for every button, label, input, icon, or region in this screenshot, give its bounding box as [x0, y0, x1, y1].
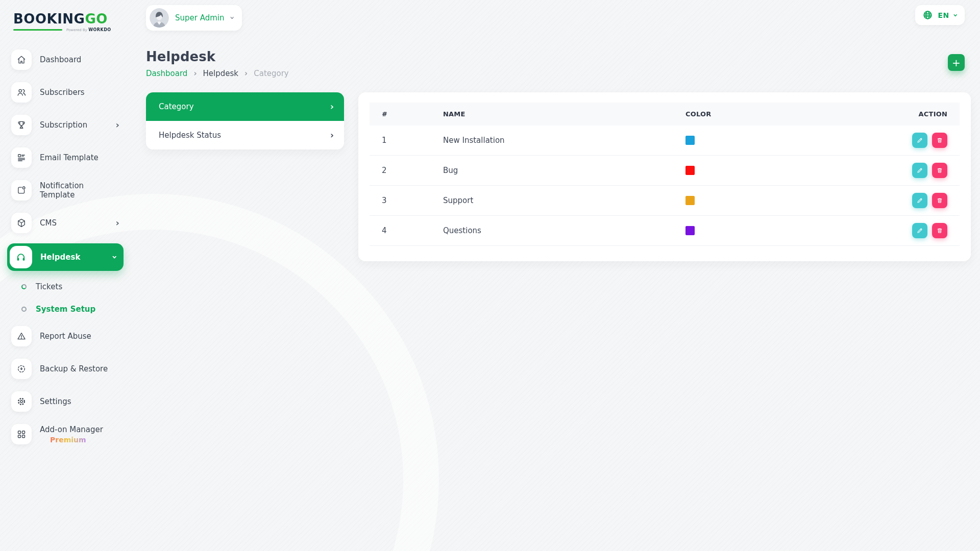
sidebar-item-addon-manager[interactable]: Add-on Manager Premium — [7, 422, 124, 446]
edit-button[interactable] — [912, 163, 927, 178]
submenu-item-helpdesk-status[interactable]: Helpdesk Status › — [146, 121, 344, 149]
submenu-item-label: Helpdesk Status — [159, 131, 221, 140]
sidebar-item-helpdesk[interactable]: Helpdesk › — [7, 243, 124, 271]
sidebar-item-label: Email Template — [40, 153, 99, 162]
sidebar-item-notification-template[interactable]: Notification Template — [7, 178, 124, 203]
package-icon — [11, 213, 32, 233]
sidebar-item-dashboard[interactable]: Dashboard — [7, 47, 124, 72]
sidebar-item-settings[interactable]: Settings — [7, 389, 124, 414]
column-header-index: # — [370, 103, 431, 126]
main-content: Super Admin › EN › Helpdesk Dashboard › … — [131, 0, 980, 261]
restore-icon — [11, 359, 32, 379]
sidebar: BOOKINGGO Powered By WORKDO Dashboard Su… — [0, 0, 131, 551]
brand-name-primary: BOOKING — [13, 11, 85, 27]
headset-icon — [10, 246, 32, 268]
dot-icon — [21, 284, 27, 289]
color-swatch — [685, 166, 695, 175]
column-header-name: NAME — [431, 103, 673, 126]
grid-icon — [11, 424, 32, 444]
sidebar-item-email-template[interactable]: Email Template — [7, 145, 124, 170]
trophy-icon — [11, 115, 32, 135]
breadcrumb: Dashboard › Helpdesk › Category — [146, 69, 971, 78]
system-setup-submenu: Category › Helpdesk Status › — [146, 92, 344, 149]
dot-icon — [21, 307, 27, 312]
delete-button[interactable] — [932, 193, 947, 208]
delete-button[interactable] — [932, 133, 947, 148]
category-table: # NAME COLOR ACTION 1 New Installation — [370, 103, 960, 246]
sidebar-item-label: Helpdesk — [40, 253, 80, 262]
sidebar-item-label: Settings — [40, 397, 71, 406]
breadcrumb-category: Category — [254, 69, 289, 78]
sidebar-item-subscription[interactable]: Subscription › — [7, 113, 124, 137]
sidebar-item-label: Dashboard — [40, 55, 81, 64]
cell-name: Support — [431, 186, 673, 216]
breadcrumb-separator: › — [244, 69, 248, 78]
chevron-right-icon: › — [330, 130, 334, 140]
delete-button[interactable] — [932, 163, 947, 178]
column-header-color: COLOR — [673, 103, 865, 126]
page-title: Helpdesk — [146, 49, 971, 64]
chevron-right-icon: › — [116, 120, 119, 130]
powered-by-label: Powered By — [66, 28, 87, 32]
chevron-down-icon: › — [110, 255, 119, 259]
cell-name: New Installation — [431, 126, 673, 156]
table-row: 1 New Installation — [370, 126, 960, 156]
brand-name: BOOKINGGO — [13, 11, 97, 27]
premium-badge: Premium — [40, 436, 86, 444]
cell-name: Bug — [431, 156, 673, 186]
edit-button[interactable] — [912, 223, 927, 238]
sidebar-nav: Dashboard Subscribers Subscription › Ema… — [7, 47, 124, 455]
add-category-button[interactable]: + — [948, 54, 965, 71]
sidebar-item-subscribers[interactable]: Subscribers — [7, 80, 124, 105]
table-row: 4 Questions — [370, 216, 960, 246]
chevron-right-icon: › — [330, 102, 334, 112]
category-table-card: # NAME COLOR ACTION 1 New Installation — [358, 92, 971, 261]
sidebar-item-label: CMS — [40, 218, 57, 228]
color-swatch — [685, 226, 695, 235]
breadcrumb-helpdesk[interactable]: Helpdesk — [203, 69, 238, 78]
sidebar-item-label: Report Abuse — [40, 332, 91, 341]
breadcrumb-dashboard[interactable]: Dashboard — [146, 69, 187, 78]
user-menu-button[interactable]: Super Admin › — [146, 5, 242, 31]
content-area: Category › Helpdesk Status › # NAME COLO… — [146, 92, 971, 261]
home-icon — [11, 49, 32, 70]
notification-icon — [11, 180, 32, 201]
cell-index: 4 — [370, 216, 431, 246]
submenu-item-label: Category — [159, 102, 194, 111]
sidebar-item-backup-restore[interactable]: Backup & Restore — [7, 357, 124, 381]
sidebar-subitem-system-setup[interactable]: System Setup — [7, 302, 124, 317]
table-row: 2 Bug — [370, 156, 960, 186]
sidebar-item-cms[interactable]: CMS › — [7, 211, 124, 235]
sidebar-item-label: Subscription — [40, 120, 87, 130]
sidebar-item-label: Backup & Restore — [40, 364, 108, 373]
alert-triangle-icon — [11, 326, 32, 346]
chevron-down-icon: › — [228, 16, 236, 20]
powered-by-brand: WORKDO — [88, 28, 111, 32]
sidebar-item-label: Subscribers — [40, 88, 85, 97]
edit-button[interactable] — [912, 133, 927, 148]
avatar — [150, 8, 169, 28]
cell-index: 1 — [370, 126, 431, 156]
edit-button[interactable] — [912, 193, 927, 208]
cell-index: 3 — [370, 186, 431, 216]
chevron-right-icon: › — [116, 218, 119, 228]
users-icon — [11, 82, 32, 103]
logo-underline — [13, 29, 62, 31]
topbar: Super Admin › EN › — [146, 5, 971, 31]
sidebar-item-report-abuse[interactable]: Report Abuse — [7, 324, 124, 348]
brand-name-accent: GO — [85, 11, 107, 27]
sidebar-subitem-tickets[interactable]: Tickets — [7, 279, 124, 294]
submenu-item-category[interactable]: Category › — [146, 92, 344, 121]
delete-button[interactable] — [932, 223, 947, 238]
powered-by: Powered By WORKDO — [66, 28, 111, 32]
language-selector[interactable]: EN › — [915, 5, 965, 25]
chevron-down-icon: › — [952, 13, 960, 17]
template-icon — [11, 147, 32, 168]
gear-icon — [11, 391, 32, 412]
sidebar-subitem-label: System Setup — [36, 305, 95, 314]
brand-logo[interactable]: BOOKINGGO Powered By WORKDO — [13, 11, 97, 32]
color-swatch — [685, 136, 695, 145]
cell-index: 2 — [370, 156, 431, 186]
globe-icon — [922, 10, 933, 20]
user-name: Super Admin — [175, 13, 225, 22]
